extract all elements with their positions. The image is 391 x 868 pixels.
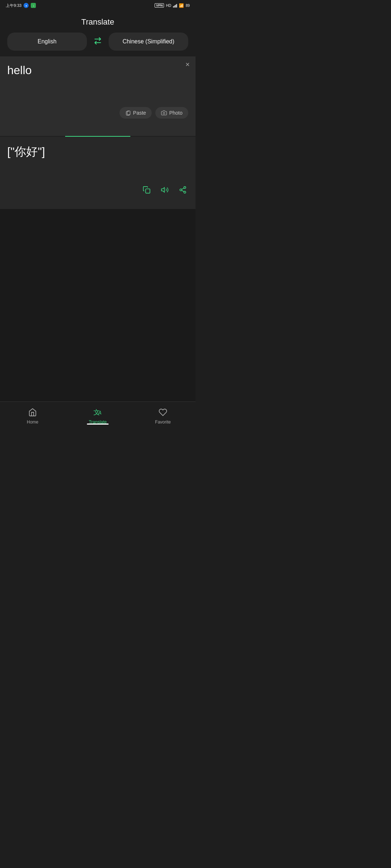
output-text: ["你好"]	[7, 144, 188, 173]
heart-svg	[159, 408, 167, 417]
speak-output-button[interactable]	[159, 184, 170, 196]
nav-favorite-label: Favorite	[155, 420, 171, 425]
paste-icon	[125, 110, 131, 116]
nav-favorite-button[interactable]: Favorite	[130, 408, 196, 425]
output-area: ["你好"]	[0, 137, 196, 209]
speaker-icon	[161, 186, 169, 194]
signal-bar-3	[175, 5, 176, 8]
home-svg	[28, 408, 37, 417]
svg-line-8	[182, 188, 184, 190]
battery-level: 89	[186, 4, 190, 8]
app-header: Translate	[0, 10, 196, 33]
photo-label: Photo	[169, 110, 182, 116]
status-left: 上午9:33 ● ↓	[6, 3, 36, 8]
nav-translate-button[interactable]: 文 A Translate	[65, 408, 130, 425]
svg-point-5	[180, 189, 182, 191]
status-icon-green: ↓	[31, 3, 36, 8]
favorite-icon	[159, 408, 167, 418]
target-language-button[interactable]: Chinese (Simplified)	[109, 33, 188, 51]
status-right: VPN HD 📶 89	[155, 3, 190, 8]
input-actions: Paste Photo	[7, 107, 188, 120]
svg-point-1	[163, 112, 165, 114]
nav-home-label: Home	[27, 420, 38, 425]
output-actions	[7, 184, 188, 196]
translate-icon: 文 A	[93, 408, 103, 418]
signal-bars	[173, 3, 177, 8]
status-time: 上午9:33	[6, 3, 21, 8]
swap-languages-button[interactable]	[87, 37, 109, 46]
status-icon-blue: ●	[24, 3, 29, 8]
vpn-badge: VPN	[155, 3, 164, 8]
bottom-navigation: Home 文 A Translate Favorite	[0, 401, 196, 434]
input-area: × hello Paste Photo	[0, 56, 196, 136]
clear-input-button[interactable]: ×	[185, 61, 190, 68]
main-content-area	[0, 209, 196, 426]
share-output-button[interactable]	[177, 184, 188, 196]
input-text[interactable]: hello	[7, 62, 188, 98]
status-bar: 上午9:33 ● ↓ VPN HD 📶 89	[0, 0, 196, 10]
nav-home-button[interactable]: Home	[0, 408, 65, 425]
wifi-icon: 📶	[179, 3, 184, 8]
svg-rect-2	[146, 189, 150, 193]
home-icon	[28, 408, 37, 418]
photo-button[interactable]: Photo	[155, 107, 188, 119]
copy-output-button[interactable]	[141, 184, 152, 196]
signal-bar-1	[173, 6, 174, 8]
svg-point-4	[184, 187, 186, 189]
copy-icon	[143, 186, 151, 194]
camera-icon	[161, 110, 167, 116]
page-title: Translate	[81, 17, 114, 26]
language-selector: English Chinese (Simplified)	[0, 33, 196, 51]
svg-line-7	[182, 190, 184, 192]
hd-badge: HD	[166, 4, 171, 8]
nav-active-indicator	[87, 424, 109, 425]
share-icon	[179, 186, 187, 194]
source-language-button[interactable]: English	[7, 33, 87, 51]
svg-text:A: A	[98, 410, 101, 416]
translate-svg: 文 A	[93, 408, 103, 417]
paste-button[interactable]: Paste	[119, 107, 152, 119]
paste-label: Paste	[133, 110, 146, 116]
svg-marker-3	[161, 188, 164, 192]
signal-bar-2	[174, 5, 175, 8]
signal-bar-4	[176, 4, 177, 8]
svg-point-6	[184, 191, 186, 193]
